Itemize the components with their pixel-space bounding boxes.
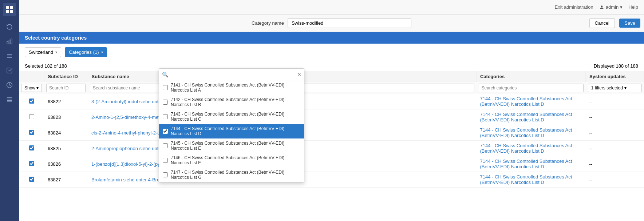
table-row: 638261-(benzo[d][1,3]dioxol-5-yl)-2-(pyr… (19, 156, 644, 172)
table-search-row: Show ▾ 1 (19, 82, 644, 94)
dropdown-item-checkbox[interactable] (163, 158, 168, 163)
filter-badge[interactable]: 1 filters selected ▾ (588, 84, 642, 92)
row-checkbox-cell (19, 94, 44, 109)
row-categories: 7144 - CH Swiss Controlled Substances Ac… (477, 156, 586, 172)
show-label: Show (24, 85, 35, 91)
dropdown-item-checkbox[interactable] (163, 114, 168, 119)
dropdown-item[interactable]: 7141 - CH Swiss Controlled Substances Ac… (159, 80, 304, 95)
admin-arrow-icon: ▾ (620, 4, 623, 10)
row-system-updates: -- (586, 94, 644, 109)
row-system-updates: -- (586, 125, 644, 141)
categories-dropdown-menu[interactable]: 🔍 × 7141 - CH Swiss Controlled Substance… (159, 68, 304, 182)
row-checkbox[interactable] (29, 177, 34, 182)
dropdown-item[interactable]: 7145 - CH Swiss Controlled Substances Ac… (159, 138, 304, 153)
svg-rect-1 (10, 6, 13, 9)
svg-rect-5 (9, 40, 10, 44)
sidebar-tasks-icon[interactable] (3, 64, 16, 77)
row-checkbox[interactable] (29, 161, 34, 166)
dropdown-item[interactable]: 7142 - CH Swiss Controlled Substances Ac… (159, 95, 304, 109)
table-row: 638232-Amino-1-(2,5-dimethoxy-4-methyl)-… (19, 109, 644, 125)
dropdown-search-icon: 🔍 (162, 72, 168, 77)
dropdown-clear-icon[interactable]: × (298, 72, 301, 77)
category-link[interactable]: 7144 - CH Swiss Controlled Substances Ac… (480, 158, 572, 169)
table-header-row: Substance ID Substance name Categories S… (19, 71, 644, 82)
svg-rect-2 (6, 10, 9, 13)
category-link[interactable]: 7144 - CH Swiss Controlled Substances Ac… (480, 112, 572, 122)
show-button[interactable]: Show ▾ (21, 84, 42, 92)
topbar-links: Exit administration admin ▾ Help (555, 4, 638, 10)
row-categories: 7144 - CH Swiss Controlled Substances Ac… (477, 109, 586, 125)
sidebar-clock-icon[interactable] (3, 79, 16, 92)
app-logo[interactable] (3, 3, 16, 16)
admin-label: admin (606, 4, 619, 10)
row-substance-id: 63822 (44, 94, 88, 109)
row-checkbox-cell (19, 172, 44, 188)
help-link[interactable]: Help (628, 4, 638, 10)
dropdown-item-checkbox[interactable] (163, 100, 168, 105)
row-categories: 7144 - CH Swiss Controlled Substances Ac… (477, 94, 586, 109)
row-checkbox[interactable] (29, 130, 34, 135)
selected-count: Selected 182 of 188 (25, 63, 67, 69)
search-categories-input[interactable] (479, 84, 584, 92)
category-link[interactable]: 7144 - CH Swiss Controlled Substances Ac… (480, 174, 572, 185)
category-name-input[interactable] (288, 18, 411, 28)
row-system-updates: -- (586, 109, 644, 125)
country-dropdown-arrow: ▾ (55, 50, 57, 54)
dropdown-search-bar: 🔍 × (159, 69, 304, 80)
table-row: 638252-Aminopropiophenon siehe unter Cat… (19, 141, 644, 156)
dropdown-search-input[interactable] (170, 71, 296, 78)
dropdown-item[interactable]: 7146 - CH Swiss Controlled Substances Ac… (159, 153, 304, 168)
svg-point-15 (601, 5, 602, 7)
admin-menu[interactable]: admin ▾ (599, 4, 623, 10)
save-button[interactable]: Save (619, 19, 640, 28)
select-country-title: Select country categories (25, 35, 638, 41)
sidebar (0, 0, 19, 221)
row-substance-id: 63826 (44, 156, 88, 172)
category-link[interactable]: 7144 - CH Swiss Controlled Substances Ac… (480, 127, 572, 138)
filter-count: 1 (591, 85, 594, 91)
admin-icon (599, 5, 604, 10)
categories-dropdown[interactable]: Categories (1) ▾ (65, 47, 107, 57)
country-dropdown[interactable]: Switzerland ▾ (25, 47, 61, 57)
dropdown-item[interactable]: 7144 - CH Swiss Controlled Substances Ac… (159, 124, 304, 138)
row-substance-id: 63824 (44, 125, 88, 141)
row-checkbox[interactable] (29, 99, 34, 104)
search-id-input[interactable] (46, 84, 86, 92)
row-checkbox[interactable] (29, 114, 34, 119)
th-substance-id: Substance ID (44, 71, 88, 82)
row-substance-id: 63825 (44, 141, 88, 156)
dropdown-item-label: 7144 - CH Swiss Controlled Substances Ac… (171, 126, 300, 136)
dropdown-item[interactable]: 7147 - CH Swiss Controlled Substances Ac… (159, 168, 304, 182)
dropdown-item-checkbox[interactable] (163, 129, 168, 134)
sidebar-refresh-icon[interactable] (3, 20, 16, 33)
info-bar: Selected 182 of 188 Displayed 188 of 188 (19, 61, 644, 71)
filter-badge-cell: 1 filters selected ▾ (586, 82, 644, 94)
row-substance-id: 63823 (44, 109, 88, 125)
main-content: Exit administration admin ▾ Help Categor… (19, 0, 644, 221)
category-bar: Category name Cancel Save (19, 15, 644, 32)
exit-admin-link[interactable]: Exit administration (555, 4, 593, 10)
row-checkbox-cell (19, 156, 44, 172)
search-categories-cell (477, 82, 586, 94)
sidebar-menu-icon[interactable] (3, 93, 16, 106)
row-checkbox[interactable] (29, 145, 34, 150)
dropdown-item-checkbox[interactable] (163, 143, 168, 148)
sidebar-list-icon[interactable] (3, 49, 16, 63)
sidebar-chart-icon[interactable] (3, 35, 16, 48)
th-system-updates: System updates (586, 71, 644, 82)
cancel-button[interactable]: Cancel (589, 18, 615, 28)
svg-rect-3 (10, 10, 13, 13)
dropdown-item[interactable]: 7143 - CH Swiss Controlled Substances Ac… (159, 109, 304, 124)
category-link[interactable]: 7144 - CH Swiss Controlled Substances Ac… (480, 96, 572, 107)
select-country-section: Select country categories (19, 32, 644, 44)
category-link[interactable]: 7144 - CH Swiss Controlled Substances Ac… (480, 143, 572, 154)
row-system-updates: -- (586, 141, 644, 156)
th-checkbox (19, 71, 44, 82)
dropdown-item-checkbox[interactable] (163, 172, 168, 177)
dropdown-items: 7141 - CH Swiss Controlled Substances Ac… (159, 80, 304, 182)
table-area: Substance ID Substance name Categories S… (19, 71, 644, 221)
dropdown-item-checkbox[interactable] (163, 85, 168, 90)
category-name-label: Category name (252, 20, 284, 26)
filters-selected-label: filters selected (595, 85, 623, 91)
row-system-updates: -- (586, 172, 644, 188)
